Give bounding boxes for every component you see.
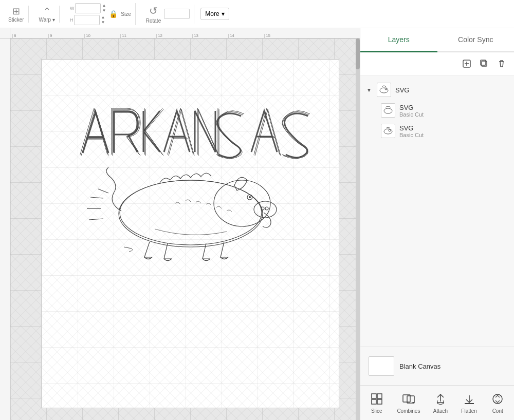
tick-11: 11 (120, 34, 156, 38)
cont-icon (490, 392, 505, 406)
combines-label: Combines (397, 408, 420, 414)
canvas-grid[interactable] (10, 39, 356, 420)
panel-toolbar (360, 52, 514, 75)
layer-name-child-2: SVG (399, 124, 424, 132)
canvas-mat (41, 59, 339, 408)
flatten-action[interactable]: Flatten (458, 390, 481, 416)
add-layer-button[interactable] (460, 56, 474, 71)
layer-name-parent: SVG (395, 86, 409, 94)
slice-label: Slice (371, 408, 382, 414)
more-dropdown[interactable]: More ▾ (200, 8, 229, 20)
attach-icon (433, 392, 448, 406)
tick-8: 8 (12, 34, 48, 38)
layer-thumb-svg-parent (377, 83, 391, 97)
width-input[interactable] (75, 3, 101, 13)
cont-label: Cont (492, 408, 503, 414)
delete-layer-button[interactable] (494, 56, 509, 71)
layer-info-child-2: SVG Basic Cut (399, 124, 424, 138)
svg-point-2 (214, 180, 270, 226)
attach-action[interactable]: Attach (429, 390, 452, 416)
vertical-ruler (0, 39, 10, 420)
layer-info-parent: SVG (395, 86, 409, 94)
duplicate-layer-button[interactable] (477, 56, 491, 71)
layer-info-child-1: SVG Basic Cut (399, 104, 424, 118)
tab-color-sync[interactable]: Color Sync (437, 28, 515, 52)
svg-point-3 (254, 201, 277, 218)
size-group: W ▲ ▼ H ▲ ▼ 🔒 Size (66, 3, 136, 25)
layer-item-svg-child-1[interactable]: SVG Basic Cut (360, 100, 514, 121)
blank-canvas-thumb (369, 356, 394, 376)
sticker-label: Sticker (8, 17, 24, 23)
rotate-group: ↺ Rotate (142, 5, 194, 24)
main-area: 8 9 10 11 12 13 14 15 (0, 28, 514, 420)
rotate-input[interactable] (164, 9, 190, 19)
canvas-area[interactable]: 8 9 10 11 12 13 14 15 (0, 28, 360, 420)
blank-canvas-item[interactable]: Blank Canvas (366, 353, 508, 379)
rotate-icon[interactable]: ↺ (149, 5, 158, 17)
tick-12: 12 (156, 34, 192, 38)
flatten-icon (462, 392, 476, 406)
flatten-label: Flatten (461, 408, 477, 414)
tick-10: 10 (84, 34, 120, 38)
layer-sub-child-1: Basic Cut (399, 111, 424, 118)
tick-13: 13 (192, 34, 228, 38)
svg-point-7 (249, 196, 251, 198)
cont-action[interactable]: Cont (486, 390, 509, 416)
layers-list: ▼ SVG (360, 75, 514, 347)
slice-icon (370, 392, 384, 406)
svg-rect-22 (465, 403, 474, 404)
lock-icon[interactable]: 🔒 (109, 10, 118, 18)
main-toolbar: ⊞ Sticker ⌃ Warp ▾ W ▲ ▼ H ▲ (0, 0, 514, 28)
combines-action[interactable]: Combines (394, 390, 423, 416)
height-label: H (70, 17, 74, 23)
svg-rect-17 (377, 394, 382, 398)
svg-rect-16 (372, 394, 376, 398)
canvas-mat-inner (42, 60, 339, 408)
height-input[interactable] (74, 15, 100, 25)
svg-point-15 (389, 129, 391, 131)
height-up-arrow[interactable]: ▲ (101, 15, 105, 20)
svg-point-1 (120, 180, 262, 245)
scrollbar-vertical[interactable] (356, 39, 360, 420)
width-up-arrow[interactable]: ▲ (102, 3, 106, 8)
scrollbar-thumb[interactable] (356, 39, 360, 69)
right-panel: Layers Color Sync ▼ (360, 28, 514, 420)
ruler-ticks: 8 9 10 11 12 13 14 15 (10, 28, 300, 38)
warp-group: ⌃ Warp ▾ (35, 6, 60, 23)
panel-tabs: Layers Color Sync (360, 28, 514, 52)
svg-point-0 (119, 180, 263, 247)
warp-label: Warp ▾ (39, 17, 55, 23)
blank-canvas-label: Blank Canvas (399, 362, 440, 370)
layer-group-svg: ▼ SVG (360, 80, 514, 141)
tick-15: 15 (264, 34, 300, 38)
svg-point-5 (265, 207, 268, 210)
sticker-group: ⊞ Sticker (4, 6, 29, 23)
horizontal-ruler: 8 9 10 11 12 13 14 15 (10, 28, 360, 39)
more-label: More (205, 10, 219, 17)
height-down-arrow[interactable]: ▼ (101, 20, 105, 25)
combines-icon (401, 392, 416, 406)
ruler-corner (0, 28, 10, 39)
tick-14: 14 (228, 34, 264, 38)
more-dropdown-arrow: ▾ (222, 10, 225, 17)
panel-bottom: Slice Combines (360, 385, 514, 420)
slice-action[interactable]: Slice (365, 390, 388, 416)
layer-sub-child-2: Basic Cut (399, 132, 424, 138)
artwork-svg (52, 70, 324, 265)
svg-rect-18 (372, 399, 376, 404)
svg-point-14 (384, 129, 392, 134)
layer-item-svg-child-2[interactable]: SVG Basic Cut (360, 121, 514, 141)
tab-layers[interactable]: Layers (360, 28, 437, 52)
layer-name-child-1: SVG (399, 104, 424, 111)
tick-9: 9 (48, 34, 84, 38)
layer-thumb-child-2 (381, 124, 395, 138)
attach-label: Attach (433, 408, 448, 414)
layer-item-svg-parent[interactable]: ▼ SVG (360, 80, 514, 100)
rotate-label: Rotate (146, 18, 161, 24)
svg-rect-19 (377, 399, 382, 404)
width-down-arrow[interactable]: ▼ (102, 8, 106, 13)
expand-icon[interactable]: ▼ (366, 87, 373, 93)
size-label: Size (121, 11, 131, 17)
blank-canvas-section: Blank Canvas (360, 347, 514, 385)
layer-thumb-child-1 (381, 103, 395, 118)
